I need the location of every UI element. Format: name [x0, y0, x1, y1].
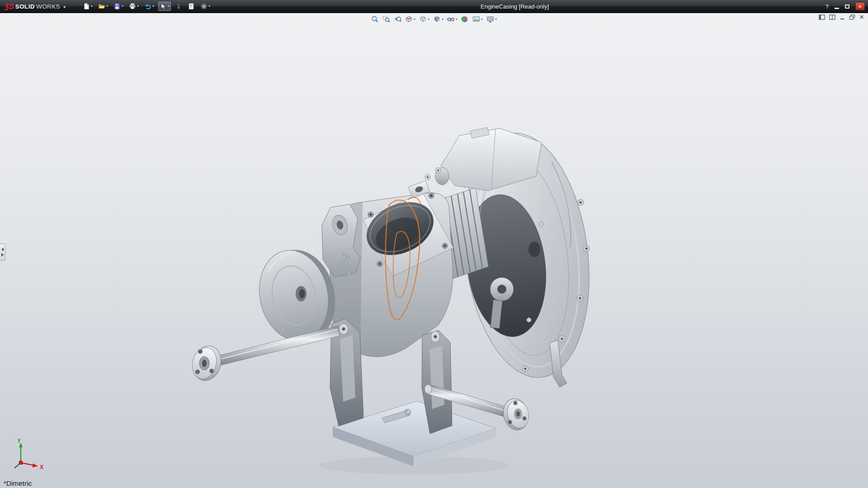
zoom-to-area-icon [382, 15, 390, 23]
dropdown-arrow-icon[interactable]: ▾ [152, 5, 154, 8]
expand-left-arrow-icon [1, 248, 4, 251]
rebuild-button[interactable] [174, 2, 184, 11]
document-split-icon[interactable] [829, 14, 835, 20]
hide-show-items-button[interactable]: ▾ [446, 15, 458, 23]
file-properties-icon [188, 3, 195, 10]
print-button[interactable]: ▾ [127, 2, 140, 11]
print-icon [129, 3, 136, 10]
dropdown-arrow-icon[interactable]: ▾ [91, 5, 93, 8]
dropdown-arrow-icon[interactable]: ▾ [428, 18, 429, 21]
apply-scene-icon [472, 15, 480, 23]
help-button[interactable]: ? [826, 3, 829, 10]
featuremanager-collapsed-tab[interactable] [0, 244, 5, 261]
expand-right-arrow-icon [1, 253, 4, 257]
zoom-to-area-button[interactable] [382, 15, 391, 23]
view-orientation-button[interactable]: ▾ [418, 15, 430, 23]
new-document-icon [83, 3, 90, 10]
document-pane-icon[interactable] [819, 14, 825, 20]
display-style-cube-icon [433, 15, 441, 23]
save-button[interactable]: ▾ [112, 2, 125, 11]
edit-appearance-ball-icon [461, 15, 469, 23]
dropdown-arrow-icon[interactable]: ▾ [456, 18, 458, 21]
undo-button[interactable]: ▾ [143, 2, 156, 11]
view-orientation-label: *Dimetric [4, 479, 32, 487]
document-minimize-button[interactable] [840, 14, 845, 20]
dropdown-arrow-icon[interactable]: ▾ [414, 18, 415, 21]
file-properties-button[interactable] [186, 2, 196, 11]
view-settings-button[interactable]: ▾ [486, 15, 498, 23]
triad-x-label: X [40, 464, 43, 470]
options-gear-icon [200, 3, 208, 10]
reference-triad[interactable]: Y X [5, 436, 47, 475]
previous-view-button[interactable] [393, 15, 402, 23]
section-view-icon [405, 15, 413, 23]
hide-show-glasses-icon [447, 15, 455, 23]
dropdown-arrow-icon[interactable]: ▾ [442, 18, 443, 21]
save-floppy-icon [113, 3, 121, 10]
options-button[interactable]: ▾ [199, 2, 212, 11]
view-orientation-cube-icon [419, 15, 427, 23]
undo-arrow-icon [144, 3, 151, 10]
dropdown-arrow-icon[interactable]: ▾ [122, 5, 123, 8]
select-button[interactable]: ▾ [158, 2, 171, 11]
section-view-button[interactable]: ▾ [404, 15, 416, 23]
logo-text-solid: SOLID [15, 3, 35, 10]
document-restore-button[interactable] [849, 14, 855, 20]
dropdown-arrow-icon[interactable]: ▾ [495, 18, 497, 21]
dropdown-arrow-icon[interactable]: ▾ [481, 18, 483, 21]
window-controls: ? ✕ [826, 0, 865, 13]
zoom-to-fit-icon [371, 15, 379, 23]
heads-up-view-toolbar: ▾ ▾ ▾ [370, 15, 498, 23]
solidworks-logo-icon: ƷS [4, 3, 14, 10]
menu-expand-arrow-icon[interactable]: ▸ [64, 4, 66, 9]
apply-scene-button[interactable]: ▾ [472, 15, 484, 23]
document-window-controls: ✕ [819, 14, 864, 20]
close-button[interactable]: ✕ [855, 2, 865, 10]
minimize-button[interactable] [835, 8, 839, 9]
open-folder-icon [98, 3, 105, 10]
rebuild-stoplight-icon [175, 3, 182, 10]
document-title: EngineCasing [Read-only] [481, 3, 549, 10]
dropdown-arrow-icon[interactable]: ▾ [168, 5, 170, 8]
triad-y-label: Y [17, 438, 21, 444]
dropdown-arrow-icon[interactable]: ▾ [137, 5, 139, 8]
graphics-area[interactable]: ▾ ▾ ▾ [0, 13, 868, 488]
menubar-toolbar: ▾ ▾ ▾ [81, 2, 212, 11]
engine-casing-model[interactable] [0, 13, 868, 488]
edit-appearance-button[interactable] [460, 15, 470, 23]
view-settings-icon [486, 15, 494, 23]
display-style-button[interactable]: ▾ [432, 15, 444, 23]
select-cursor-icon [160, 3, 167, 10]
logo-text-works: WORKS [36, 3, 60, 10]
solidworks-window: ƷS SOLIDWORKS ▸ ▾ ▾ [0, 0, 868, 488]
previous-view-icon [394, 15, 401, 23]
maximize-button[interactable] [845, 5, 849, 9]
new-document-button[interactable]: ▾ [81, 2, 94, 11]
open-button[interactable]: ▾ [97, 2, 109, 11]
zoom-to-fit-button[interactable] [370, 15, 380, 23]
solidworks-logo[interactable]: ƷS SOLIDWORKS ▸ [0, 3, 70, 10]
document-close-button[interactable]: ✕ [859, 14, 864, 20]
dropdown-arrow-icon[interactable]: ▾ [106, 5, 108, 8]
titlebar: ƷS SOLIDWORKS ▸ ▾ ▾ [0, 0, 868, 13]
dropdown-arrow-icon[interactable]: ▾ [208, 5, 210, 8]
